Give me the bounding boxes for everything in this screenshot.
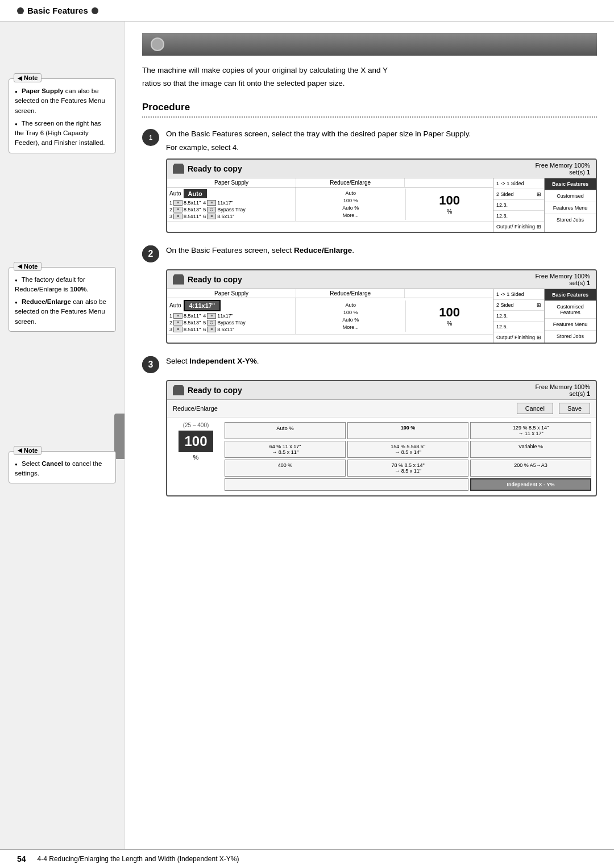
tray-3-icon: ≡ (173, 214, 182, 219)
copier-icon-1 (173, 164, 184, 174)
tray-1-icon: ≡ (173, 200, 182, 206)
copier-2-right-inner: 1 -> 1 Sided 2 Sided ⊞ 12.3. 12.5. Outpu… (493, 289, 596, 343)
step-1-sub: For example, select 4. (166, 143, 471, 152)
tray-4-icon: ≡ (207, 200, 216, 206)
percent-sym-display: % (193, 454, 199, 461)
opt-129[interactable]: 129 % 8.5 x 14"→ 11 x 17" (470, 422, 591, 439)
opt-78[interactable]: 78 % 8.5 x 14"→ 8.5 x 11" (347, 460, 468, 477)
copier-icon-2 (173, 274, 184, 285)
copier-1-right-inner: 1 -> 1 Sided 2 Sided ⊞ 12.3. 12.3. (493, 178, 596, 232)
page-number: 54 (17, 854, 26, 863)
procedure-heading: Procedure (142, 102, 597, 113)
tray-2: 2 ≡ 8.5x13" (169, 207, 201, 212)
auto-dark-btn: Auto (184, 189, 207, 198)
save-button[interactable]: Save (559, 403, 590, 414)
copier-ui-1: Ready to copy Free Memory 100% set(s) 1 … (166, 158, 597, 233)
copier-3-title: Ready to copy (188, 386, 242, 395)
note-arrow-icon-2: ◀ (18, 263, 22, 269)
copier-1-supply-row: Auto Auto 1 ≡ 8.5x11" (167, 187, 493, 222)
tray2-1: 1 ≡ 8.5x11" (169, 313, 201, 319)
sided-col-2: 1 -> 1 Sided 2 Sided ⊞ 12.3. 12.5. Outpu… (493, 289, 545, 343)
copier-1-left: Paper Supply Reduce/Enlarge Auto Auto (167, 178, 493, 232)
trays-left-col: 1 ≡ 8.5x11" 2 ≡ 8.5x13" (169, 200, 201, 219)
re-auto-pct: Auto % (342, 205, 359, 211)
copier-2-right: 1 -> 1 Sided 2 Sided ⊞ 12.3. 12.5. Outpu… (493, 289, 596, 343)
copier-ui-2: Ready to copy Free Memory 100% set(s) 1 … (166, 269, 597, 344)
opt-auto-pct[interactable]: Auto % (225, 422, 346, 439)
tray-6: 6 ≡ 8.5x11" (203, 214, 246, 219)
step-2-bold: Reduce/Enlarge (294, 246, 352, 254)
copier-1-labels: Paper Supply Reduce/Enlarge (167, 178, 493, 187)
sided-2-5: Output/ Finishing ⊞ (493, 332, 544, 343)
copier-3-header-right: Free Memory 100% set(s) 1 (535, 383, 590, 397)
percent-display-area: (25 – 400) 100 % (172, 422, 220, 491)
opt-independent-xy[interactable]: Independent X - Y% (470, 478, 591, 491)
copier-2-supply: Auto 4:11x17" 1 ≡ 8.5x11" (167, 298, 296, 334)
copier-1-header-left: Ready to copy (173, 164, 242, 174)
copier-2-labels: Paper Supply Reduce/Enlarge (167, 289, 493, 298)
sided-col-1: 1 -> 1 Sided 2 Sided ⊞ 12.3. 12.3. (493, 178, 545, 232)
copier-icon-3 (173, 385, 184, 395)
feature-stored-1[interactable]: Stored Jobs (545, 214, 596, 226)
copier-2-title: Ready to copy (188, 275, 242, 284)
feature-customised-2[interactable]: Customised Features (545, 301, 596, 319)
re-auto-label: Auto (345, 190, 356, 196)
copier-2-supply-row: Auto 4:11x17" 1 ≡ 8.5x11" (167, 298, 493, 335)
section-heading-bar (142, 33, 597, 56)
tray2-6: 6 ≡ 8.5x11" (203, 327, 246, 332)
sided-1-2: 2 Sided ⊞ (493, 189, 544, 200)
opt-64[interactable]: 64 % 11 x 17"→ 8.5 x 11" (225, 441, 346, 458)
header-title: Basic Features (27, 6, 88, 15)
sided-2-4: 12.5. (493, 322, 544, 332)
feature-col-2: Basic Features Customised Features Featu… (545, 289, 596, 343)
tray2-4: 4 ≡ 11x17" (203, 313, 246, 319)
step-1-number: 1 (142, 129, 159, 146)
copier-2-body: Paper Supply Reduce/Enlarge Auto 4:11x17… (167, 289, 596, 343)
note-box-3: ◀ Note Select Cancel to cancel the setti… (9, 451, 116, 484)
opt-154[interactable]: 154 % 5.5x8.5"→ 8.5 x 14" (347, 441, 468, 458)
step-1: 1 On the Basic Features screen, select t… (142, 128, 597, 152)
svg-text:1: 1 (149, 134, 152, 141)
feature-menu-2[interactable]: Features Menu (545, 319, 596, 331)
copier-1-supply: Auto Auto 1 ≡ 8.5x11" (167, 187, 296, 221)
copier-2-left: Paper Supply Reduce/Enlarge Auto 4:11x17… (167, 289, 493, 343)
opt-100: 100 % (347, 422, 468, 439)
sided-1-1: 1 -> 1 Sided (493, 178, 544, 189)
step-1-content: On the Basic Features screen, select the… (166, 128, 471, 152)
sided-1-5: Output/ Finishing ⊞ (493, 222, 544, 232)
note-1-item-1: Paper Supply can also be selected on the… (15, 86, 110, 116)
feature-customised-1[interactable]: Customised (545, 190, 596, 202)
tray-5: 5 ⬡ Bypass Tray (203, 207, 246, 212)
sided-1-4: 12.3. (493, 211, 544, 222)
step-2-number: 2 (142, 245, 159, 262)
feature-basic-1[interactable]: Basic Features (545, 178, 596, 190)
step-3-bold: Independent X-Y% (189, 357, 257, 365)
opt-variable[interactable]: Variable % (470, 441, 591, 458)
feature-menu-1[interactable]: Features Menu (545, 202, 596, 214)
copier-3-body: (25 – 400) 100 % Auto % 100 % 129 % 8.5 … (167, 418, 596, 495)
opt-empty (225, 478, 468, 491)
step-3: 3 Select Independent X-Y%. (142, 355, 597, 373)
main-content: The machine will make copies of your ori… (125, 22, 614, 851)
note-3-item-1: Select Cancel to cancel the settings. (15, 459, 110, 479)
cancel-button[interactable]: Cancel (517, 403, 553, 414)
copier-1-header-right: Free Memory 100% set(s) 1 (535, 162, 590, 176)
opt-400[interactable]: 400 % (225, 460, 346, 477)
percent-symbol: % (447, 208, 453, 215)
percent-100-area: 100 % (406, 191, 493, 217)
filler-2 (405, 289, 493, 298)
feature-basic-2[interactable]: Basic Features (545, 289, 596, 301)
filler-label (405, 178, 493, 187)
copier-1-header: Ready to copy Free Memory 100% set(s) 1 (167, 160, 596, 178)
step-2: 2 On the Basic Features screen, select R… (142, 244, 597, 262)
reduce-section-1: Auto 100 % Auto % More... (296, 189, 406, 220)
feature-stored-2[interactable]: Stored Jobs (545, 331, 596, 342)
reduce-section-2: Auto 100 % Auto % More... (296, 301, 406, 332)
tray-5-icon: ⬡ (207, 207, 216, 212)
ps-label-2: Paper Supply (167, 289, 296, 298)
auto2-row: Auto 4:11x17" (169, 300, 293, 311)
opt-200[interactable]: 200 % A5→A3 (470, 460, 591, 477)
reduce-options-grid: Auto % 100 % 129 % 8.5 x 14"→ 11 x 17" 6… (225, 422, 591, 491)
tray-1: 1 ≡ 8.5x11" (169, 200, 201, 206)
copier-2-header: Ready to copy Free Memory 100% set(s) 1 (167, 270, 596, 289)
